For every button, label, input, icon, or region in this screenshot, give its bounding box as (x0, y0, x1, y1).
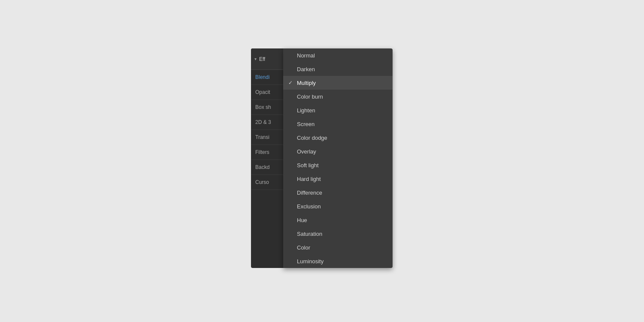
panel-title: Eff (259, 56, 265, 62)
blend-mode-hard-light-label: Hard light (297, 176, 386, 182)
blend-mode-exclusion[interactable]: Exclusion (283, 199, 393, 213)
blend-mode-difference-label: Difference (297, 190, 386, 196)
transition-row[interactable]: Transi (251, 130, 283, 145)
transition-label: Transi (255, 134, 269, 140)
blending-row[interactable]: Blendi (251, 70, 283, 85)
blend-mode-panel: ▾ Eff Blendi Opacit Box sh 2D & 3 Transi… (251, 48, 393, 268)
filters-label: Filters (255, 149, 269, 155)
blend-mode-normal[interactable]: Normal (283, 48, 393, 62)
backdrop-label: Backd (255, 164, 269, 170)
blending-label: Blendi (255, 74, 269, 80)
check-icon: ✓ (288, 80, 293, 86)
collapse-icon[interactable]: ▾ (254, 57, 257, 61)
blend-mode-darken-label: Darken (297, 66, 386, 72)
backdrop-row[interactable]: Backd (251, 160, 283, 175)
opacity-row[interactable]: Opacit (251, 85, 283, 100)
cursor-label: Curso (255, 179, 269, 185)
box-shadow-row[interactable]: Box sh (251, 100, 283, 115)
2d3d-label: 2D & 3 (255, 119, 271, 125)
blend-mode-overlay[interactable]: Overlay (283, 144, 393, 158)
blend-mode-normal-label: Normal (297, 52, 386, 59)
blend-mode-saturation[interactable]: Saturation (283, 227, 393, 241)
blend-mode-multiply-label: Multiply (297, 80, 386, 86)
blend-mode-lighten[interactable]: Lighten (283, 103, 393, 117)
blend-mode-hue[interactable]: Hue (283, 213, 393, 227)
effects-panel: ▾ Eff Blendi Opacit Box sh 2D & 3 Transi… (251, 48, 283, 268)
panel-header: ▾ Eff (251, 48, 283, 70)
box-shadow-label: Box sh (255, 104, 271, 110)
blend-mode-screen[interactable]: Screen (283, 117, 393, 131)
blend-mode-soft-light[interactable]: Soft light (283, 158, 393, 172)
blend-mode-luminosity-label: Luminosity (297, 258, 386, 265)
blend-mode-color-dodge-label: Color dodge (297, 135, 386, 141)
blend-mode-color-dodge[interactable]: Color dodge (283, 131, 393, 144)
blend-mode-dropdown: Normal Darken ✓ Multiply Color burn Ligh… (283, 48, 393, 268)
cursor-row[interactable]: Curso (251, 175, 283, 190)
blend-mode-multiply[interactable]: ✓ Multiply (283, 76, 393, 90)
opacity-label: Opacit (255, 89, 270, 95)
blend-mode-saturation-label: Saturation (297, 231, 386, 237)
blend-mode-difference[interactable]: Difference (283, 186, 393, 199)
filters-row[interactable]: Filters (251, 145, 283, 160)
blend-mode-hard-light[interactable]: Hard light (283, 172, 393, 186)
blend-mode-screen-label: Screen (297, 121, 386, 127)
2d3d-row[interactable]: 2D & 3 (251, 115, 283, 130)
blend-mode-exclusion-label: Exclusion (297, 203, 386, 210)
blend-mode-darken[interactable]: Darken (283, 62, 393, 76)
blend-mode-color-burn-label: Color burn (297, 93, 386, 100)
blend-mode-color[interactable]: Color (283, 241, 393, 254)
blend-mode-hue-label: Hue (297, 217, 386, 223)
blend-mode-soft-light-label: Soft light (297, 162, 386, 169)
blend-mode-color-burn[interactable]: Color burn (283, 90, 393, 103)
blend-mode-luminosity[interactable]: Luminosity (283, 254, 393, 268)
blend-mode-overlay-label: Overlay (297, 148, 386, 155)
blend-mode-lighten-label: Lighten (297, 107, 386, 114)
blend-mode-color-label: Color (297, 244, 386, 251)
